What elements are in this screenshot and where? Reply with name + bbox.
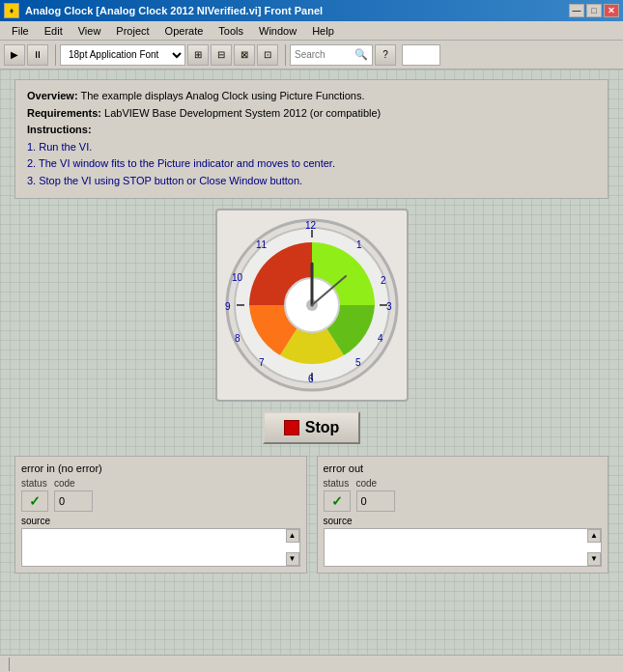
clock-svg: 12 1 2 3 4 5 6 7 8 9 10 [220, 213, 404, 397]
requirements-text: LabVIEW Base Development System 2012 (or… [104, 107, 381, 119]
svg-text:9: 9 [225, 301, 231, 312]
svg-text:5: 5 [355, 357, 361, 368]
svg-text:8: 8 [235, 333, 241, 344]
requirements-label: Requirements: [27, 107, 101, 119]
menu-item-window[interactable]: Window [251, 23, 304, 39]
menu-item-operate[interactable]: Operate [157, 23, 212, 39]
error-in-source-container: source ▲ ▼ [21, 516, 300, 567]
minimize-button[interactable]: — [569, 4, 584, 17]
font-selector[interactable]: 18pt Application Font [60, 44, 185, 66]
menu-item-view[interactable]: View [71, 23, 109, 39]
error-out-code-field: code 0 [356, 478, 395, 512]
step1: 1. Run the VI. [27, 139, 596, 156]
error-out-source-label: source [324, 516, 603, 526]
svg-text:6: 6 [308, 374, 314, 384]
error-out-source-box: ▲ ▼ [324, 528, 603, 567]
svg-text:1: 1 [356, 239, 362, 250]
error-in-fields: status ✓ code 0 [21, 478, 300, 512]
status-divider [8, 658, 10, 671]
overview-line: Overview: The example displays Analog Cl… [27, 88, 596, 105]
error-out-code-value: 0 [356, 490, 395, 512]
error-in-code-label: code [54, 478, 93, 489]
menu-item-edit[interactable]: Edit [37, 23, 71, 39]
error-out-status-label: status [324, 478, 351, 489]
search-box[interactable]: 🔍 [290, 44, 373, 66]
svg-text:3: 3 [386, 301, 392, 312]
overview-section: Overview: The example displays Analog Cl… [14, 79, 609, 199]
error-panels: error in (no error) status ✓ code 0 sour… [14, 456, 609, 574]
out-source-scroll-up[interactable]: ▲ [587, 529, 601, 543]
source-scroll-up[interactable]: ▲ [286, 529, 299, 543]
error-out-status-field: status ✓ [324, 478, 351, 512]
check-icon: ✓ [29, 493, 41, 509]
clock-container: 12 1 2 3 4 5 6 7 8 9 10 [14, 209, 609, 402]
error-in-status-field: status ✓ [21, 478, 48, 512]
search-icon: 🔍 [354, 48, 368, 61]
error-out-fields: status ✓ code 0 [324, 478, 603, 512]
close-button[interactable]: ✕ [604, 4, 619, 17]
error-out-status-indicator: ✓ [324, 490, 351, 512]
maximize-button[interactable]: □ [586, 4, 602, 17]
error-out-panel: error out status ✓ code 0 source [317, 456, 609, 574]
svg-text:2: 2 [381, 275, 386, 286]
svg-text:4: 4 [378, 333, 383, 344]
window-controls: — □ ✕ [569, 4, 619, 17]
toolbar-separator-2 [282, 44, 286, 66]
step2: 2. The VI window fits to the Picture ind… [27, 155, 596, 173]
run-button[interactable]: ▶ [4, 44, 25, 66]
status-bar [0, 655, 623, 672]
source-scroll-down[interactable]: ▼ [286, 552, 299, 566]
app-icon: ♦ [4, 3, 19, 18]
menu-bar: FileEditViewProjectOperateToolsWindowHel… [0, 21, 623, 41]
error-in-status-indicator: ✓ [21, 490, 48, 512]
out-source-scroll-down[interactable]: ▼ [587, 552, 601, 566]
step3: 3. Stop the VI using STOP button or Clos… [27, 173, 596, 190]
requirements-line: Requirements: LabVIEW Base Development S… [27, 105, 596, 123]
reorder-button[interactable]: ⊡ [257, 44, 278, 66]
preview-box [402, 44, 440, 66]
toolbar: ▶ ⏸ 18pt Application Font ⊞ ⊟ ⊠ ⊡ 🔍 ? [0, 41, 623, 70]
error-in-source-box: ▲ ▼ [21, 528, 300, 567]
instructions-label: Instructions: [27, 124, 92, 135]
error-in-panel: error in (no error) status ✓ code 0 sour… [14, 456, 307, 574]
toolbar-separator-1 [52, 44, 56, 66]
main-content: Overview: The example displays Analog Cl… [0, 70, 623, 655]
error-out-title: error out [324, 462, 603, 474]
menu-item-file[interactable]: File [4, 23, 37, 39]
menu-item-project[interactable]: Project [108, 23, 156, 39]
menu-item-tools[interactable]: Tools [211, 23, 251, 39]
svg-text:7: 7 [259, 357, 265, 368]
resize-button[interactable]: ⊠ [234, 44, 255, 66]
pause-button[interactable]: ⏸ [27, 44, 48, 66]
error-in-code-value: 0 [54, 490, 93, 512]
check-icon-out: ✓ [331, 493, 343, 509]
error-out-code-label: code [356, 478, 395, 489]
title-bar: ♦ Analog Clock [Analog Clock 2012 NIVeri… [0, 0, 623, 21]
overview-label: Overview: [27, 90, 78, 101]
error-in-code-field: code 0 [54, 478, 93, 512]
stop-button-container: Stop [14, 411, 609, 444]
instructions-line: Instructions: [27, 122, 596, 139]
distribute-button[interactable]: ⊟ [211, 44, 232, 66]
error-in-status-label: status [21, 478, 48, 489]
align-button[interactable]: ⊞ [187, 44, 209, 66]
error-out-source-container: source ▲ ▼ [324, 516, 603, 567]
stop-icon [284, 420, 299, 435]
search-input[interactable] [295, 49, 353, 60]
svg-text:12: 12 [305, 220, 317, 231]
clock-face: 12 1 2 3 4 5 6 7 8 9 10 [215, 209, 409, 402]
stop-button[interactable]: Stop [263, 411, 361, 444]
menu-item-help[interactable]: Help [304, 23, 342, 39]
window-title: Analog Clock [Analog Clock 2012 NIVerifi… [25, 5, 569, 16]
overview-text: The example displays Analog Clock using … [80, 90, 364, 101]
error-in-source-label: source [21, 516, 300, 526]
error-in-title: error in (no error) [21, 462, 300, 474]
svg-text:11: 11 [256, 239, 268, 250]
stop-label: Stop [305, 419, 340, 436]
help-button[interactable]: ? [375, 44, 396, 66]
svg-text:10: 10 [232, 272, 243, 283]
